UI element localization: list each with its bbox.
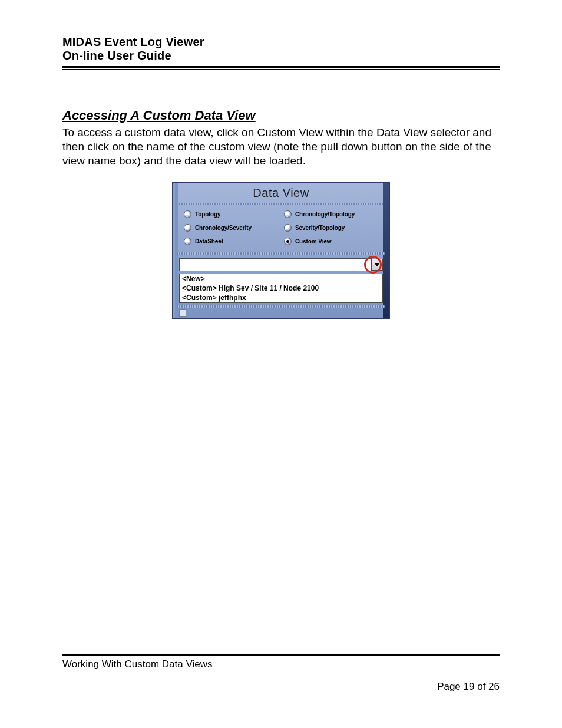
radio-label: DataSheet: [195, 238, 223, 245]
radio-icon-selected: [284, 238, 292, 245]
radio-custom-view[interactable]: Custom View: [284, 238, 381, 245]
page-number: Page 19 of 26: [62, 681, 500, 693]
dropdown-button[interactable]: [371, 259, 383, 271]
section-paragraph: To access a custom data view, click on C…: [62, 126, 500, 167]
radio-label: Custom View: [295, 238, 332, 245]
list-item[interactable]: <Custom> jeffhphx: [180, 293, 382, 302]
section-heading: Accessing A Custom Data View: [62, 108, 500, 123]
document-header: MIDAS Event Log Viewer On-line User Guid…: [62, 35, 500, 70]
radio-label: Topology: [195, 211, 220, 218]
radio-icon: [284, 224, 292, 232]
panel-footer-strip: [179, 309, 383, 317]
panel-separator: [177, 305, 385, 308]
footer-rule: [62, 654, 500, 656]
radio-label: Severity/Topology: [295, 225, 345, 231]
radio-topology[interactable]: Topology: [184, 210, 280, 218]
data-view-panel: Data View Topology Chronology/Topology C…: [172, 182, 390, 319]
footer-section-name: Working With Custom Data Views: [62, 658, 500, 670]
custom-view-list: <New> <Custom> High Sev / Site 11 / Node…: [179, 274, 383, 303]
radio-grid: Topology Chronology/Topology Chronology/…: [173, 205, 389, 252]
radio-chronology-severity[interactable]: Chronology/Severity: [184, 224, 280, 232]
radio-icon: [284, 210, 292, 218]
list-item[interactable]: <New>: [180, 274, 382, 284]
radio-icon: [184, 238, 191, 245]
checkbox-icon: [179, 309, 186, 317]
header-title-line1: MIDAS Event Log Viewer: [62, 35, 500, 49]
header-title-line2: On-line User Guide: [62, 49, 500, 62]
radio-icon: [184, 210, 191, 218]
radio-chronology-topology[interactable]: Chronology/Topology: [284, 210, 381, 218]
view-name-combo: [179, 258, 383, 271]
radio-icon: [184, 224, 191, 232]
radio-label: Chronology/Topology: [295, 211, 355, 218]
view-name-input[interactable]: [179, 258, 372, 271]
radio-severity-topology[interactable]: Severity/Topology: [284, 224, 381, 232]
figure-container: Data View Topology Chronology/Topology C…: [62, 182, 500, 319]
radio-label: Chronology/Severity: [195, 225, 252, 231]
header-rule: [62, 66, 500, 70]
radio-datasheet[interactable]: DataSheet: [184, 238, 280, 245]
panel-title: Data View: [173, 183, 389, 203]
panel-separator: [177, 252, 385, 255]
document-footer: Working With Custom Data Views Page 19 o…: [62, 654, 500, 693]
list-item[interactable]: <Custom> High Sev / Site 11 / Node 2100: [180, 284, 382, 293]
